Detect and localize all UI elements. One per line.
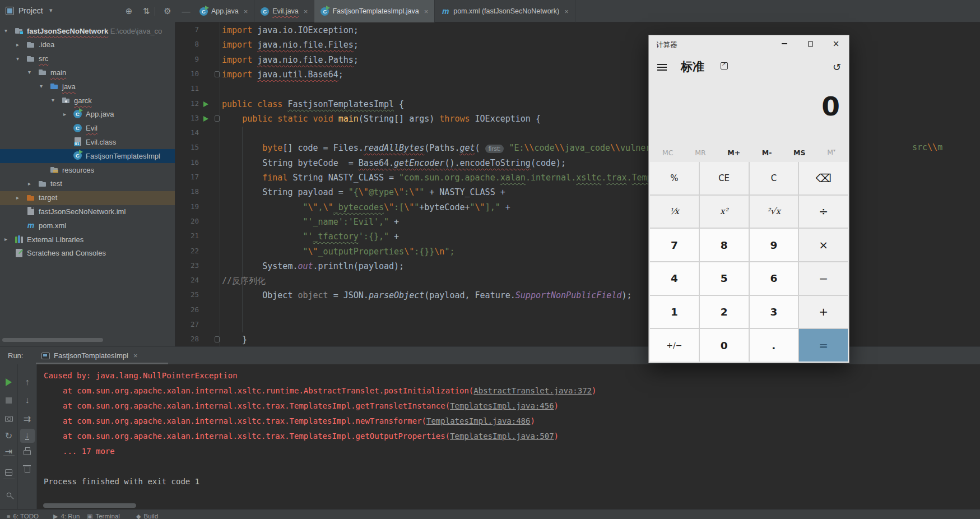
scrollend-icon[interactable]: ↓ bbox=[18, 428, 36, 443]
tree-item-scratches-and-consoles[interactable]: Scratches and Consoles bbox=[0, 247, 175, 261]
tree-item-fastjsonsecnonetwork[interactable]: ▾fastJsonSecNoNetwork E:\code\java_co bbox=[0, 24, 175, 38]
pin-icon[interactable] bbox=[0, 487, 17, 503]
close-icon[interactable]: × bbox=[564, 7, 569, 16]
chevron-expanded-icon[interactable]: ▾ bbox=[40, 83, 43, 89]
console-horizontal-scrollbar[interactable] bbox=[43, 503, 136, 508]
code-editor[interactable]: 7import java.io.IOException;8import java… bbox=[175, 22, 980, 346]
run-console[interactable]: Caused by: java.lang.NullPointerExceptio… bbox=[37, 364, 980, 509]
tab-fastjsontemplatesimpl-java[interactable]: CFastjsonTemplatesImpl.java× bbox=[314, 0, 435, 22]
calc-key-[interactable]: . bbox=[750, 329, 798, 362]
memory-key-m[interactable]: M▾ bbox=[827, 148, 835, 156]
fold-marker-icon[interactable] bbox=[215, 115, 220, 122]
calc-key-c[interactable]: C bbox=[750, 162, 798, 194]
stacktrace-link[interactable]: TemplatesImpl.java:507 bbox=[450, 432, 554, 441]
tab-pom-xml-fastjsonsecnonetwork-[interactable]: mpom.xml (fastJsonSecNoNetwork)× bbox=[435, 0, 575, 22]
memory-key-mr[interactable]: MR bbox=[695, 149, 705, 157]
project-panel-title[interactable]: Project bbox=[18, 6, 43, 15]
tree-item-pom-xml[interactable]: mpom.xml bbox=[0, 219, 175, 233]
down-icon[interactable]: ↓ bbox=[18, 392, 36, 408]
close-icon[interactable]: × bbox=[424, 7, 429, 16]
layout-icon[interactable] bbox=[0, 465, 17, 480]
maximize-button[interactable] bbox=[797, 35, 823, 52]
history-icon[interactable]: ↺ bbox=[833, 61, 841, 73]
close-icon[interactable]: × bbox=[304, 7, 308, 16]
up-icon[interactable]: ↑ bbox=[18, 374, 36, 390]
statusbar-item-terminal[interactable]: ▣Terminal bbox=[87, 511, 120, 519]
run-icon[interactable] bbox=[0, 374, 17, 390]
close-button[interactable]: × bbox=[823, 35, 849, 52]
calc-key-7[interactable]: 7 bbox=[650, 229, 699, 261]
calc-key-6[interactable]: 6 bbox=[750, 262, 798, 295]
tab-evil-java[interactable]: CEvil.java× bbox=[254, 0, 314, 22]
stop-icon[interactable] bbox=[0, 392, 17, 408]
tree-item-java[interactable]: ▾java bbox=[0, 80, 175, 94]
trash-icon[interactable] bbox=[18, 461, 36, 477]
calc-key-4[interactable]: 4 bbox=[650, 262, 699, 295]
calc-key-x[interactable]: x² bbox=[700, 196, 749, 228]
calc-key-[interactable]: +/− bbox=[650, 329, 699, 362]
tree-item-resources[interactable]: resources bbox=[0, 163, 175, 177]
tree-item-target[interactable]: ▸target bbox=[0, 191, 175, 205]
calc-key-2[interactable]: 2 bbox=[700, 296, 749, 328]
tree-item--idea[interactable]: ▸.idea bbox=[0, 38, 175, 52]
tree-item-src[interactable]: ▾src bbox=[0, 52, 175, 66]
tree-item-evil[interactable]: CEvil bbox=[0, 122, 175, 136]
memory-key-ms[interactable]: MS bbox=[793, 149, 805, 157]
stacktrace-link[interactable]: TemplatesImpl.java:486 bbox=[426, 416, 530, 425]
statusbar-item-build[interactable]: ◆Build bbox=[136, 511, 158, 519]
chevron-collapsed-icon[interactable]: ▸ bbox=[16, 194, 19, 201]
calc-key-[interactable]: + bbox=[799, 296, 848, 328]
calc-key-5[interactable]: 5 bbox=[700, 262, 749, 295]
minimize-button[interactable] bbox=[772, 35, 797, 52]
fold-marker-icon[interactable] bbox=[215, 336, 220, 342]
print-icon[interactable] bbox=[18, 443, 36, 459]
tree-item-app-java[interactable]: ▸CApp.java bbox=[0, 108, 175, 122]
tree-item-garck[interactable]: ▾garck bbox=[0, 94, 175, 108]
calc-key-0[interactable]: 0 bbox=[700, 329, 749, 362]
tree-item-external-libraries[interactable]: ▸External Libraries bbox=[0, 233, 175, 247]
calc-key-[interactable]: ⌫ bbox=[799, 162, 848, 194]
memory-key-mc[interactable]: MC bbox=[662, 149, 674, 157]
memory-key-m-[interactable]: M- bbox=[762, 149, 772, 157]
calc-key-x[interactable]: ²√x bbox=[750, 196, 798, 228]
statusbar-item-4-run[interactable]: ▶4: Run bbox=[53, 511, 80, 519]
chevron-collapsed-icon[interactable]: ▸ bbox=[16, 41, 19, 48]
memory-key-m+[interactable]: M+ bbox=[727, 149, 740, 157]
fold-marker-icon[interactable] bbox=[215, 71, 220, 77]
settings-gear-icon[interactable]: ⚙ bbox=[161, 5, 174, 17]
stacktrace-link[interactable]: TemplatesImpl.java:456 bbox=[450, 401, 554, 410]
chevron-collapsed-icon[interactable]: ▸ bbox=[63, 111, 66, 117]
collapse-all-icon[interactable]: ⇅ bbox=[140, 5, 152, 17]
chevron-collapsed-icon[interactable]: ▸ bbox=[28, 180, 31, 187]
calc-key-3[interactable]: 3 bbox=[750, 296, 798, 328]
chevron-expanded-icon[interactable]: ▾ bbox=[16, 55, 19, 62]
chevron-down-icon[interactable]: ▾ bbox=[49, 7, 53, 14]
chevron-collapsed-icon[interactable]: ▸ bbox=[4, 236, 7, 242]
tree-item-fastjsontemplatesimpl[interactable]: CFastjsonTemplatesImpl bbox=[0, 149, 175, 163]
chevron-expanded-icon[interactable]: ▾ bbox=[28, 69, 31, 75]
calc-key-1[interactable]: 1 bbox=[650, 296, 699, 328]
tree-item-evil-class[interactable]: 01Evil.class bbox=[0, 135, 175, 149]
calc-key-[interactable]: ÷ bbox=[799, 196, 848, 228]
calc-key-[interactable]: × bbox=[799, 229, 848, 261]
tree-item-main[interactable]: ▾main bbox=[0, 66, 175, 80]
calc-key-[interactable]: − bbox=[799, 262, 848, 295]
run-gutter-icon[interactable] bbox=[203, 116, 208, 122]
tab-app-java[interactable]: CApp.java× bbox=[193, 0, 254, 22]
skip-icon[interactable]: ⇉ bbox=[18, 411, 36, 427]
camera-icon[interactable] bbox=[0, 411, 17, 427]
calc-key-ce[interactable]: CE bbox=[700, 162, 749, 194]
run-tab[interactable]: FastjsonTemplatesImpl × bbox=[36, 347, 143, 364]
calc-key-[interactable]: % bbox=[650, 162, 699, 194]
chevron-expanded-icon[interactable]: ▾ bbox=[4, 27, 7, 34]
calculator-titlebar[interactable]: 计算器 × bbox=[649, 35, 849, 53]
statusbar-item-6-todo[interactable]: ≡6: TODO bbox=[7, 511, 39, 519]
exit-icon[interactable]: ⇥ bbox=[0, 443, 17, 459]
stacktrace-link[interactable]: AbstractTranslet.java:372 bbox=[473, 386, 592, 395]
locate-icon[interactable]: ⊕ bbox=[123, 5, 135, 17]
calc-key-x[interactable]: ¹⁄x bbox=[650, 196, 699, 228]
keep-on-top-icon[interactable] bbox=[721, 62, 728, 69]
tree-item-test[interactable]: ▸test bbox=[0, 177, 175, 191]
calc-key-9[interactable]: 9 bbox=[750, 229, 798, 261]
hamburger-menu-icon[interactable] bbox=[657, 64, 667, 73]
